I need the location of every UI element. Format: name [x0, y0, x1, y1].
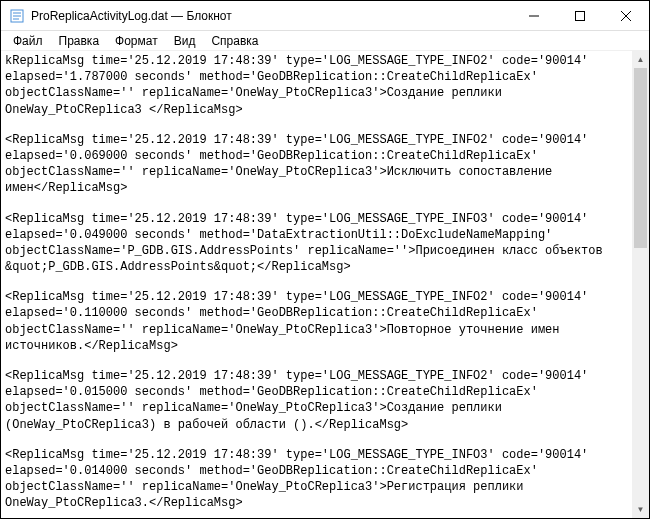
- close-button[interactable]: [603, 1, 649, 30]
- scroll-track[interactable]: [632, 68, 649, 501]
- content-wrap: kReplicaMsg time='25.12.2019 17:48:39' t…: [1, 51, 649, 518]
- app-icon: [9, 8, 25, 24]
- scroll-up-arrow[interactable]: ▲: [632, 51, 649, 68]
- log-entry: <ReplicaMsg time='25.12.2019 17:48:39' t…: [5, 447, 628, 512]
- scroll-down-arrow[interactable]: ▼: [632, 501, 649, 518]
- menu-help[interactable]: Справка: [203, 32, 266, 50]
- log-entry: <ReplicaMsg time='25.12.2019 17:48:39' t…: [5, 289, 628, 354]
- text-area[interactable]: kReplicaMsg time='25.12.2019 17:48:39' t…: [1, 51, 632, 518]
- window-title: ProReplicaActivityLog.dat — Блокнот: [31, 9, 511, 23]
- menu-edit[interactable]: Правка: [51, 32, 108, 50]
- svg-rect-5: [576, 11, 585, 20]
- window-controls: [511, 1, 649, 30]
- log-entry: <ReplicaMsg time='25.12.2019 17:48:39' t…: [5, 368, 628, 433]
- log-entry: <ReplicaMsg time='25.12.2019 17:48:39' t…: [5, 132, 628, 197]
- titlebar: ProReplicaActivityLog.dat — Блокнот: [1, 1, 649, 31]
- scroll-thumb[interactable]: [634, 68, 647, 248]
- menu-file[interactable]: Файл: [5, 32, 51, 50]
- menu-format[interactable]: Формат: [107, 32, 166, 50]
- maximize-button[interactable]: [557, 1, 603, 30]
- menu-view[interactable]: Вид: [166, 32, 204, 50]
- vertical-scrollbar[interactable]: ▲ ▼: [632, 51, 649, 518]
- menubar: Файл Правка Формат Вид Справка: [1, 31, 649, 51]
- minimize-button[interactable]: [511, 1, 557, 30]
- log-entry: kReplicaMsg time='25.12.2019 17:48:39' t…: [5, 53, 628, 118]
- log-entry: <ReplicaMsg time='25.12.2019 17:48:39' t…: [5, 211, 628, 276]
